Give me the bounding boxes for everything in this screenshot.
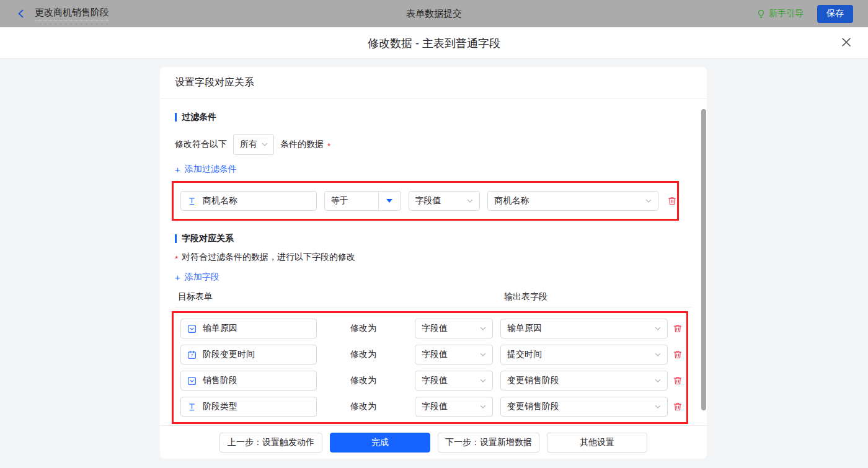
mapping-column-headers: 目标表单 输出表字段 [175,291,692,307]
delete-icon[interactable] [667,196,677,206]
prev-step-button[interactable]: 上一步：设置触发动作 [219,433,322,453]
value-type-value: 字段值 [422,375,448,386]
value-type-select[interactable]: 字段值 [409,191,480,211]
done-button[interactable]: 完成 [330,433,430,453]
operator-value: 等于 [325,195,378,206]
filter-section-title: 过滤条件 [175,112,692,123]
add-filter-condition-label: 添加过滤条件 [185,164,237,175]
add-filter-condition-link[interactable]: + 添加过滤条件 [175,164,237,175]
filter-field-value: 商机名称 [203,195,237,206]
match-type-value: 所有 [240,139,257,150]
value-type-value: 字段值 [422,401,448,412]
match-type-select[interactable]: 所有 [233,134,274,155]
mapping-desc-row: * 对符合过滤条件的数据，进行以下字段的修改 [175,252,692,263]
filter-value-select[interactable]: 商机名称 [487,191,658,211]
plus-icon: + [175,272,180,283]
output-field-select[interactable]: 变更销售阶段 [500,371,668,391]
select-field-icon [187,324,197,333]
text-field-icon [187,402,197,412]
target-field-input[interactable]: 输单原因 [180,319,317,338]
delete-icon[interactable] [673,402,683,412]
target-field-value: 销售阶段 [203,375,237,386]
card-header-title: 设置字段对应关系 [160,67,707,99]
target-field-value: 阶段类型 [203,401,237,412]
chevron-down-icon [479,377,487,384]
value-type-value: 字段值 [415,195,441,206]
target-form-column-header: 目标表单 [178,291,213,302]
select-field-icon [187,376,197,386]
value-type-select[interactable]: 字段值 [415,319,493,338]
date-field-icon: 7 [187,350,197,360]
delete-icon[interactable] [673,350,683,360]
scrollbar-thumb[interactable] [701,109,706,410]
card-body: 过滤条件 修改符合以下 所有 条件的数据 * + 添加过滤条件 [160,112,707,424]
next-step-button[interactable]: 下一步：设置新增数据 [438,433,539,453]
output-field-value: 输单原因 [507,323,542,334]
chevron-down-icon [654,377,662,384]
filter-highlight-box: 商机名称 等于 字段值 商机名称 [172,181,679,221]
target-field-input[interactable]: 阶段类型 [180,397,317,417]
chevron-down-icon [654,325,662,332]
value-type-select[interactable]: 字段值 [415,345,493,364]
delete-icon[interactable] [673,376,683,386]
modal-body: 设置字段对应关系 过滤条件 修改符合以下 所有 条件的数据 * + 添加过滤条件 [0,59,868,468]
lightbulb-icon [756,9,766,19]
chevron-down-icon [654,351,662,358]
filter-section-label: 过滤条件 [182,112,216,123]
mapping-row: 销售阶段 修改为 字段值 变更销售阶段 [180,371,686,391]
target-field-input[interactable]: 7 阶段变更时间 [180,345,317,364]
chevron-down-icon [466,197,474,205]
save-button[interactable]: 保存 [817,5,853,23]
modify-label: 修改为 [350,375,376,386]
filter-value: 商机名称 [494,195,529,206]
mapping-section-title: 字段对应关系 [175,233,692,244]
close-icon[interactable] [841,37,852,48]
beginner-guide-link[interactable]: 新手引导 [756,8,804,19]
required-asterisk: * [327,141,330,151]
chevron-down-icon [479,403,487,410]
topbar-center-title: 表单数据提交 [406,0,462,27]
value-type-value: 字段值 [422,349,448,360]
target-field-value: 输单原因 [203,323,237,334]
chevron-down-icon [261,141,268,148]
filter-field-input[interactable]: 商机名称 [180,191,317,211]
workflow-name[interactable]: 更改商机销售阶段 [35,7,109,21]
other-settings-button[interactable]: 其他设置 [547,433,647,453]
output-field-column-header: 输出表字段 [504,291,547,302]
modify-label: 修改为 [350,401,376,412]
modify-label: 修改为 [350,323,376,334]
topbar-left: 更改商机销售阶段 [16,0,109,27]
add-field-label: 添加字段 [185,272,219,283]
section-bar-icon [175,234,177,243]
caret-down-icon [386,199,392,203]
value-type-value: 字段值 [422,323,448,334]
match-prefix-label: 修改符合以下 [175,139,227,150]
value-type-select[interactable]: 字段值 [415,371,493,391]
mapping-desc-label: 对符合过滤条件的数据，进行以下字段的修改 [182,252,355,263]
modal-header: 修改数据 - 主表到普通字段 [0,27,868,59]
match-suffix-label: 条件的数据 [280,139,324,150]
chevron-down-icon [645,197,652,205]
svg-text:7: 7 [191,353,193,357]
target-field-value: 阶段变更时间 [203,349,255,360]
topbar: 更改商机销售阶段 表单数据提交 新手引导 保存 [0,0,868,27]
value-type-select[interactable]: 字段值 [415,397,493,417]
mapping-row: 输单原因 修改为 字段值 输单原因 [180,319,686,338]
delete-icon[interactable] [673,324,683,333]
output-field-select[interactable]: 提交时间 [500,345,668,364]
add-field-link[interactable]: + 添加字段 [175,272,219,283]
output-field-select[interactable]: 变更销售阶段 [500,397,668,417]
output-field-value: 变更销售阶段 [507,401,559,412]
operator-caret-button[interactable] [378,192,401,210]
plus-icon: + [175,164,180,175]
output-field-select[interactable]: 输单原因 [500,319,668,338]
mapping-highlight-box: 输单原因 修改为 字段值 输单原因 [172,311,688,424]
mapping-row: 7 阶段变更时间 修改为 字段值 提交时间 [180,345,686,364]
section-bar-icon [175,113,177,121]
back-icon[interactable] [16,9,26,19]
chevron-down-icon [654,403,662,410]
operator-select[interactable]: 等于 [324,191,401,211]
chevron-down-icon [479,351,487,358]
card-footer: 上一步：设置触发动作 完成 下一步：设置新增数据 其他设置 [160,425,707,459]
target-field-input[interactable]: 销售阶段 [180,371,317,391]
